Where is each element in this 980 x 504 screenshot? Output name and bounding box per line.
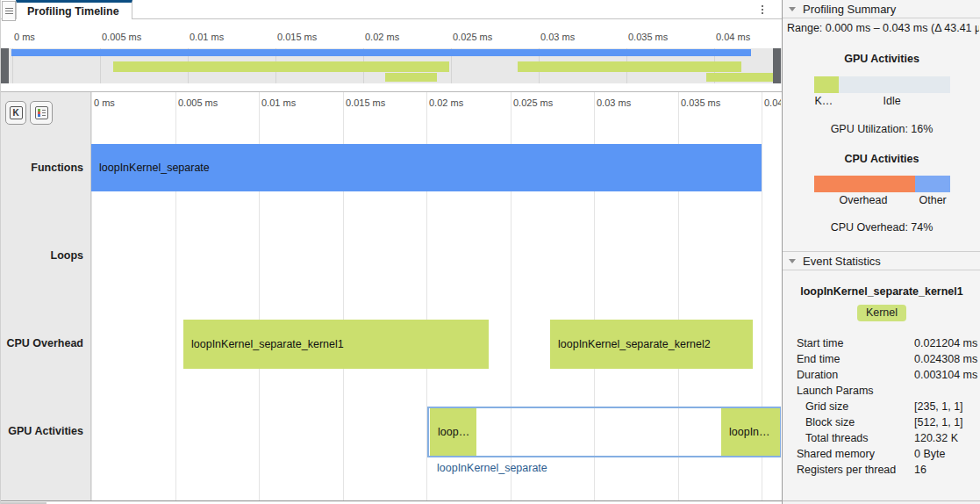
stat-row: Duration0.003104 ms [783,367,980,383]
event-kernel-name: loopInKernel_separate_kernel1 [783,285,980,298]
stat-label: Registers per thread [783,462,914,478]
stat-row: End time0.024308 ms [783,351,980,367]
overview-tick-label: 0.025 ms [453,32,492,42]
summary-panel: Profiling Summary Range: 0.000 ms – 0.04… [782,0,980,504]
gpu-kernel-label: K… [815,95,833,107]
cpu-activity-bar [814,176,950,192]
main-tick-label: 0.025 ms [513,97,553,108]
legend-icon [35,106,48,119]
panel-bottom-divider [783,500,980,501]
event-statistics-title: Event Statistics [803,255,881,268]
row-label-loops: Loops [51,249,84,262]
event-stats-list: Start time0.021204 msEnd time0.024308 ms… [783,335,980,478]
stat-value: 0.021204 ms [914,335,977,351]
cpu-other-segment [915,176,950,192]
collapse-icon [789,259,796,263]
overview-tick-label: 0.03 ms [540,32,575,42]
tab-profiling-timeline[interactable]: Profiling Timeline [16,0,132,19]
k-icon: K [10,106,23,119]
stat-row: Start time0.021204 ms [783,335,980,351]
cpu-other-label: Other [919,194,947,206]
kernel-type-badge: Kernel [857,305,906,321]
row-label-functions: Functions [31,162,83,174]
timeline-main-panel: K FunctionsLoopsCPU OverheadGPU Activiti… [1,91,782,501]
gpu-utilization-text: GPU Utilization: 16% [783,123,980,135]
stat-label: Launch Params [783,383,914,399]
overview-strip[interactable] [1,48,782,83]
legend-button[interactable] [30,101,53,125]
timeline-row-gutter: K FunctionsLoopsCPU OverheadGPU Activiti… [1,92,91,500]
stat-row: Launch Params [783,383,980,399]
main-tick-label: 0 ms [94,97,115,108]
kernel-view-button[interactable]: K [5,101,26,125]
overview-segment-gpu [706,73,773,82]
overview-segment-cpu [518,61,741,72]
cpu-overhead-text: CPU Overhead: 74% [783,221,980,234]
stat-label: Grid size [783,399,914,414]
cpu-bar[interactable]: loopInKernel_separate_kernel2 [550,320,753,369]
profiling-summary-header[interactable]: Profiling Summary [783,0,980,18]
gpu-selection-label: loopInKernel_separate [437,462,547,474]
stat-value: 120.32 K [914,430,958,446]
overview-tick-label: 0.005 ms [102,32,141,42]
gpu-selection-box[interactable] [427,407,781,457]
stat-label: Start time [783,335,914,351]
profiling-timeline-panel: Profiling Timeline 0 ms0.005 ms0.01 ms0.… [1,0,782,504]
main-tick-label: 0.04 ms [764,97,781,108]
stat-row: Registers per thread16 [783,462,980,478]
overview-ruler: 0 ms0.005 ms0.01 ms0.015 ms0.02 ms0.025 … [1,26,782,48]
stat-label: Duration [783,367,914,383]
stat-value: 0.003104 ms [914,367,977,383]
range-handle-right[interactable] [773,48,781,83]
stat-value: [512, 1, 1] [914,414,963,430]
stat-row: Total threads120.32 K [783,430,980,446]
range-text: Range: 0.000 ms – 0.043 ms (Δ 43.41 µs) [783,18,979,34]
main-tick-label: 0.01 ms [261,97,296,108]
stat-value: 0 Byte [914,446,945,462]
row-label-cpu-overhead: CPU Overhead [6,337,83,349]
main-tick-label: 0.02 ms [429,97,463,108]
stat-label: Total threads [783,430,914,446]
hamburger-icon [5,8,13,16]
cpu-activities-title: CPU Activities [783,153,980,165]
stat-label: End time [783,351,914,367]
timeline-plot-area[interactable]: 0 ms0.005 ms0.01 ms0.015 ms0.02 ms0.025 … [91,92,781,500]
overview-tick-label: 0.01 ms [190,32,224,42]
tab-label: Profiling Timeline [27,5,119,18]
main-tick-label: 0.035 ms [681,97,720,108]
stat-value: 0.024308 ms [914,351,977,367]
main-tick-label: 0.015 ms [346,97,385,108]
gpu-activity-bar [814,76,950,93]
panel-menu-icon[interactable] [2,1,16,21]
stat-row: Shared memory0 Byte [783,446,980,462]
overview-tick-label: 0 ms [14,32,35,42]
gpu-kernel-segment [814,76,839,93]
gpu-profiler-window: Profiling Timeline 0 ms0.005 ms0.01 ms0.… [0,0,980,504]
overview-segment-gpu [385,73,437,82]
cpu-bar-labels: Overhead Other [814,194,950,207]
cpu-overhead-segment [814,176,915,192]
cpu-overhead-label: Overhead [840,194,888,206]
stat-label: Shared memory [783,446,914,462]
stat-row: Grid size[235, 1, 1] [783,399,980,414]
gpu-idle-label: Idle [883,95,901,107]
event-statistics-header[interactable]: Event Statistics [783,251,980,270]
stat-label: Block size [783,414,914,430]
overview-segment-cpu [113,61,449,72]
stat-value: 16 [914,462,926,478]
gpu-bar-labels: K… Idle [814,95,950,108]
gpu-activities-title: GPU Activities [783,53,980,65]
collapse-icon [789,7,796,11]
cpu-bar[interactable]: loopInKernel_separate_kernel1 [183,320,489,369]
main-tick-label: 0.03 ms [597,97,631,108]
functions-bar[interactable]: loopInKernel_separate [91,144,762,191]
overview-segment-functions [11,49,751,56]
overview-tick-label: 0.02 ms [365,32,399,42]
range-handle-left[interactable] [1,48,9,83]
main-tick-label: 0.005 ms [178,97,218,108]
row-label-gpu-activities: GPU Activities [8,425,83,437]
overview-tick-label: 0.015 ms [277,32,317,42]
overview-tick-label: 0.035 ms [628,32,668,42]
stat-row: Block size[512, 1, 1] [783,414,980,430]
kebab-menu-icon[interactable] [756,3,769,17]
